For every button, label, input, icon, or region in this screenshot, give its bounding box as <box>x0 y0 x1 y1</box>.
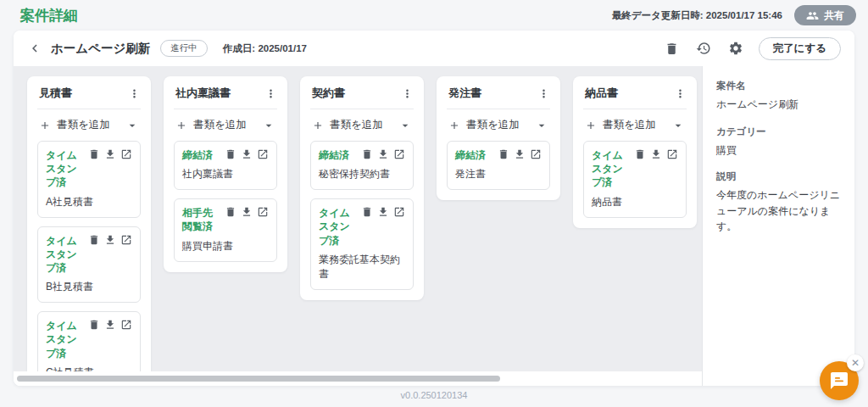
case-detail-panel: ホームページ刷新 進行中 作成日: 2025/01/17 完了にする 見積書書類… <box>14 31 854 386</box>
document-board: 見積書書類を追加タイムスタンプ済A社見積書タイムスタンプ済B社見積書タイムスタン… <box>14 66 702 371</box>
created-date: 作成日: 2025/01/17 <box>223 42 307 55</box>
open-in-new-icon[interactable] <box>120 319 132 331</box>
download-icon[interactable] <box>377 206 389 218</box>
delete-icon[interactable] <box>361 148 373 160</box>
document-status: 相手先閲覧済 <box>182 206 221 233</box>
chevron-down-icon[interactable] <box>535 119 548 132</box>
download-icon[interactable] <box>377 148 389 160</box>
delete-icon[interactable] <box>361 206 373 218</box>
open-in-new-icon[interactable] <box>530 148 542 160</box>
settings-button[interactable] <box>726 39 745 58</box>
horizontal-scrollbar-track <box>14 371 702 386</box>
add-document-button[interactable]: 書類を追加 <box>583 109 687 141</box>
chevron-down-icon[interactable] <box>125 119 139 132</box>
history-button[interactable] <box>694 39 713 58</box>
open-in-new-icon[interactable] <box>120 148 132 160</box>
more-vert-icon <box>128 87 141 100</box>
last-updated-timestamp: 最終データ更新日時: 2025/01/17 15:46 <box>612 9 782 22</box>
delete-icon[interactable] <box>225 206 236 218</box>
column-title: 社内稟議書 <box>175 86 231 101</box>
plus-icon <box>312 120 324 131</box>
chat-bubble-icon <box>829 371 849 391</box>
column-title: 見積書 <box>39 86 72 101</box>
document-status: タイムスタンプ済 <box>592 148 631 190</box>
document-title: B社見積書 <box>46 280 132 294</box>
download-icon[interactable] <box>104 234 116 246</box>
chevron-left-icon <box>27 41 42 56</box>
chevron-down-icon[interactable] <box>671 119 685 132</box>
add-document-button[interactable]: 書類を追加 <box>37 109 141 141</box>
download-icon[interactable] <box>514 148 526 160</box>
plus-icon <box>39 120 51 131</box>
download-icon[interactable] <box>241 148 253 160</box>
document-card[interactable]: タイムスタンプ済A社見積書 <box>37 141 141 218</box>
more-vert-icon <box>674 87 687 100</box>
document-status: 締結済 <box>182 148 221 162</box>
add-document-button[interactable]: 書類を追加 <box>174 109 277 141</box>
app-version: v0.0.250120134 <box>0 390 868 400</box>
column-menu-button[interactable] <box>128 87 141 100</box>
case-name-label: 案件名 <box>716 80 841 92</box>
document-card[interactable]: タイムスタンプ済B社見積書 <box>37 226 141 304</box>
document-card[interactable]: 締結済社内稟議書 <box>174 141 277 190</box>
delete-icon[interactable] <box>88 319 100 331</box>
back-button[interactable] <box>25 39 44 58</box>
board-column: 見積書書類を追加タイムスタンプ済A社見積書タイムスタンプ済B社見積書タイムスタン… <box>27 76 151 371</box>
delete-case-button[interactable] <box>663 40 681 58</box>
document-title: 購買申請書 <box>182 239 269 254</box>
plus-icon <box>585 120 597 131</box>
board-column: 社内稟議書書類を追加締結済社内稟議書相手先閲覧済購買申請書 <box>164 76 287 272</box>
share-button[interactable]: 共有 <box>794 5 856 25</box>
delete-icon[interactable] <box>88 234 100 246</box>
open-in-new-icon[interactable] <box>120 234 132 246</box>
column-menu-button[interactable] <box>537 87 550 100</box>
download-icon[interactable] <box>104 148 116 160</box>
chat-close-button[interactable]: ✕ <box>847 354 864 371</box>
document-card[interactable]: タイムスタンプ済業務委託基本契約書 <box>310 198 414 290</box>
document-card[interactable]: タイムスタンプ済C社見積書 <box>37 311 141 371</box>
open-in-new-icon[interactable] <box>393 206 405 218</box>
delete-icon[interactable] <box>88 148 100 160</box>
horizontal-scrollbar[interactable] <box>17 376 500 382</box>
mark-complete-button[interactable]: 完了にする <box>759 37 841 60</box>
column-menu-button[interactable] <box>674 87 687 100</box>
add-document-button[interactable]: 書類を追加 <box>447 109 550 141</box>
document-title: 業務委託基本契約書 <box>319 253 405 282</box>
chevron-down-icon[interactable] <box>398 119 412 132</box>
document-title: 社内稟議書 <box>182 167 269 181</box>
board-column: 発注書書類を追加締結済発注書 <box>437 76 560 200</box>
download-icon[interactable] <box>650 148 662 160</box>
add-document-label: 書類を追加 <box>603 118 656 132</box>
history-icon <box>696 41 711 56</box>
document-status: タイムスタンプ済 <box>46 148 85 190</box>
open-in-new-icon[interactable] <box>393 148 405 160</box>
description-value: 今年度のホームページリニューアルの案件になります。 <box>716 187 841 235</box>
plus-icon <box>448 120 460 131</box>
open-in-new-icon[interactable] <box>666 148 678 160</box>
app-header: 案件詳細 最終データ更新日時: 2025/01/17 15:46 共有 <box>0 0 868 31</box>
download-icon[interactable] <box>104 319 116 331</box>
description-label: 説明 <box>716 170 841 183</box>
download-icon[interactable] <box>241 206 253 218</box>
delete-icon[interactable] <box>225 148 236 160</box>
document-card[interactable]: タイムスタンプ済納品書 <box>583 141 687 218</box>
document-card[interactable]: 相手先閲覧済購買申請書 <box>174 198 277 261</box>
page-title: 案件詳細 <box>20 6 78 25</box>
column-menu-button[interactable] <box>264 87 277 100</box>
column-menu-button[interactable] <box>401 87 414 100</box>
document-card[interactable]: 締結済発注書 <box>447 141 550 190</box>
open-in-new-icon[interactable] <box>257 206 269 218</box>
document-card[interactable]: 締結済秘密保持契約書 <box>310 141 414 190</box>
case-toolbar: ホームページ刷新 進行中 作成日: 2025/01/17 完了にする <box>14 31 854 66</box>
column-title: 契約書 <box>312 86 345 101</box>
category-value: 購買 <box>716 142 841 159</box>
trash-icon <box>665 42 679 56</box>
chevron-down-icon[interactable] <box>262 119 275 132</box>
open-in-new-icon[interactable] <box>257 148 269 160</box>
column-title: 発注書 <box>448 86 481 101</box>
add-document-button[interactable]: 書類を追加 <box>310 109 414 141</box>
document-title: A社見積書 <box>46 195 132 209</box>
more-vert-icon <box>537 87 550 100</box>
delete-icon[interactable] <box>498 148 509 160</box>
delete-icon[interactable] <box>634 148 646 160</box>
